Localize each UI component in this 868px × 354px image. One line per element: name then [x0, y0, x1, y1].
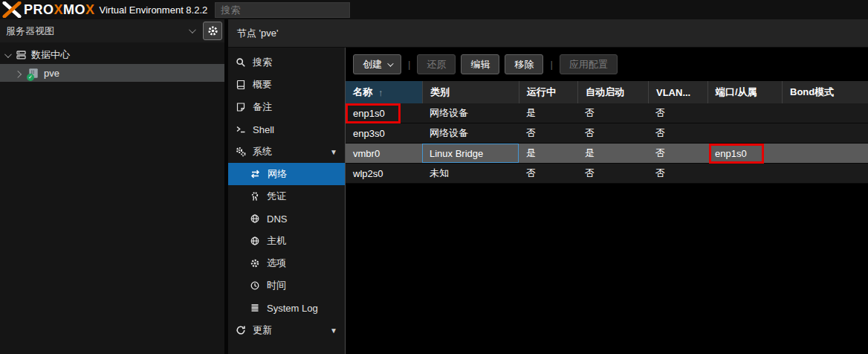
- nav-item-system[interactable]: 系统 ▼: [228, 141, 345, 163]
- column-header-type[interactable]: 类别: [422, 81, 519, 103]
- focused-cell[interactable]: Linux Bridge: [422, 144, 519, 163]
- tree-header: 服务器视图: [0, 19, 224, 42]
- version-label: Virtual Environment 8.2.2: [100, 4, 208, 16]
- view-selector-dropdown[interactable]: 服务器视图: [4, 22, 200, 40]
- clock-icon: [250, 280, 260, 291]
- create-button[interactable]: 创建: [353, 54, 401, 74]
- column-header-active[interactable]: 运行中: [519, 81, 577, 103]
- table-row-enp1s0[interactable]: enp1s0 网络设备 是 否 否: [346, 103, 868, 123]
- list-icon: [250, 303, 260, 313]
- terminal-icon: [236, 124, 246, 135]
- view-selector-label: 服务器视图: [6, 25, 189, 38]
- column-header-name[interactable]: 名称 ↑: [346, 81, 422, 103]
- network-panel: 创建 | 还原 编辑 移除 |: [346, 48, 868, 354]
- nav-item-notes[interactable]: 备注: [228, 96, 345, 118]
- resource-tree-panel: 服务器视图 数据中: [0, 19, 228, 354]
- refresh-icon: [236, 325, 246, 335]
- nav-item-syslog[interactable]: System Log: [228, 297, 345, 319]
- remove-button[interactable]: 移除: [505, 54, 543, 74]
- toolbar-separator: |: [407, 59, 412, 70]
- page-title: 节点 'pve': [237, 27, 279, 40]
- table-row-enp3s0[interactable]: enp3s0 网络设备 否 否 否: [346, 123, 868, 144]
- nav-item-hosts[interactable]: 主机: [228, 230, 345, 252]
- brand-text: PROXMOX: [24, 3, 95, 16]
- nav-item-summary[interactable]: 概要: [228, 74, 345, 96]
- node-online-check-icon: ✓: [27, 74, 34, 81]
- tree-item-datacenter[interactable]: 数据中心: [0, 46, 224, 64]
- content-header: 节点 'pve': [228, 19, 868, 48]
- nav-item-updates[interactable]: 更新 ▼: [228, 319, 345, 341]
- toolbar-separator: |: [548, 59, 554, 70]
- globe-icon: [250, 213, 260, 224]
- globe-icon: [250, 236, 260, 246]
- gear-icon: [250, 258, 260, 268]
- chevron-down-icon: [189, 26, 196, 33]
- expander-down-icon[interactable]: [4, 51, 11, 58]
- caret-down-icon: ▼: [330, 148, 337, 156]
- tree-item-label: pve: [44, 68, 59, 79]
- nav-item-time[interactable]: 时间: [228, 274, 345, 297]
- resource-tree: 数据中心 ✓ pve: [0, 42, 224, 82]
- sort-ascending-icon: ↑: [378, 87, 383, 98]
- node-nav: 搜索 概要 备注: [228, 48, 346, 354]
- content-area: 节点 'pve' 搜索 概: [228, 19, 868, 354]
- topbar: PROXMOX Virtual Environment 8.2.2: [0, 0, 868, 19]
- revert-button[interactable]: 还原: [417, 54, 456, 74]
- gear-icon: [207, 25, 218, 36]
- network-table: 名称 ↑ 类别 运行中 自动启动 VLAN... 端口/从属 Bond模式: [346, 81, 868, 184]
- table-row-wlp2s0[interactable]: wlp2s0 未知 否 否 否: [346, 164, 868, 184]
- node-icon: ✓: [27, 68, 39, 79]
- nav-item-options[interactable]: 选项: [228, 252, 345, 274]
- tree-item-label: 数据中心: [31, 48, 70, 62]
- certificate-seal-icon: [250, 191, 260, 202]
- tree-item-pve[interactable]: ✓ pve: [0, 64, 224, 82]
- nav-item-dns[interactable]: DNS: [228, 207, 345, 230]
- edit-button[interactable]: 编辑: [461, 54, 499, 74]
- tree-settings-button[interactable]: [203, 22, 222, 40]
- column-header-bondmode[interactable]: Bond模式: [782, 81, 868, 103]
- proxmox-logo-icon: [1, 1, 24, 18]
- gears-icon: [236, 147, 246, 157]
- book-icon: [236, 80, 246, 90]
- apply-configuration-button[interactable]: 应用配置: [560, 54, 618, 74]
- column-header-ports[interactable]: 端口/从属: [707, 81, 782, 103]
- caret-down-icon: ▼: [330, 326, 337, 335]
- proxmox-app: PROXMOX Virtual Environment 8.2.2 服务器视图: [0, 0, 868, 354]
- nav-item-certificates[interactable]: 凭证: [228, 185, 345, 207]
- datacenter-icon: [16, 50, 27, 60]
- network-exchange-icon: [250, 169, 261, 179]
- chevron-down-icon: [387, 60, 393, 66]
- global-search-input[interactable]: [215, 2, 350, 18]
- proxmox-logo: PROXMOX: [1, 1, 95, 18]
- table-header-row: 名称 ↑ 类别 运行中 自动启动 VLAN... 端口/从属 Bond模式: [346, 81, 868, 103]
- search-icon: [236, 57, 246, 68]
- nav-item-shell[interactable]: Shell: [228, 118, 345, 141]
- network-toolbar: 创建 | 还原 编辑 移除 |: [346, 48, 868, 81]
- expander-right-icon[interactable]: [14, 70, 22, 77]
- note-icon: [236, 102, 246, 112]
- nav-item-search[interactable]: 搜索: [228, 51, 345, 74]
- nav-item-network[interactable]: 网络: [228, 163, 345, 185]
- column-header-autostart[interactable]: 自动启动: [577, 81, 648, 103]
- column-header-vlan[interactable]: VLAN...: [648, 81, 707, 103]
- table-row-vmbr0[interactable]: vmbr0 Linux Bridge 是 是 否 enp1s0: [346, 144, 868, 164]
